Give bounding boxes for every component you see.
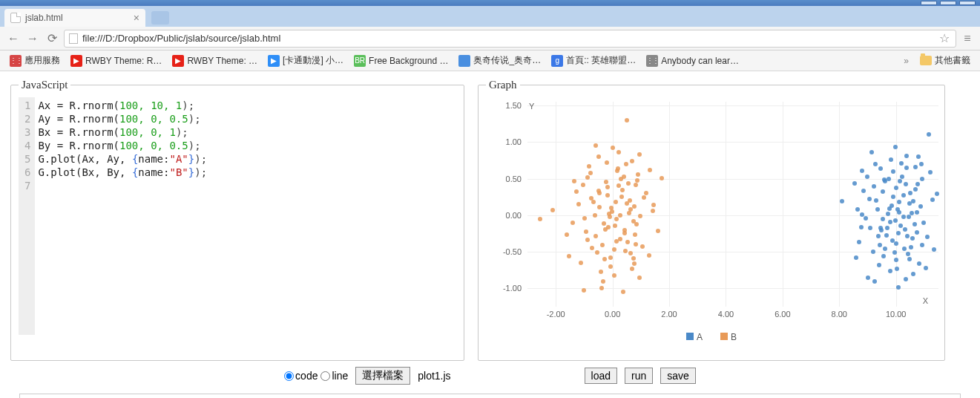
code-line[interactable]: Ax = R.rnorm(100, 10, 1); <box>38 99 207 112</box>
data-point <box>604 180 608 184</box>
x-tick-label: 4.00 <box>718 310 734 319</box>
data-point <box>873 162 878 166</box>
data-point <box>910 211 914 215</box>
data-point <box>605 193 610 198</box>
data-point <box>920 177 924 181</box>
bookmark-item[interactable]: BRFree Background … <box>350 53 452 69</box>
data-point <box>904 277 908 281</box>
bookmark-label: 奥奇传说_奥奇… <box>473 54 541 67</box>
code-line[interactable]: Bx = R.rnorm(100, 0, 1); <box>38 125 207 139</box>
legend-label: A <box>697 332 703 342</box>
other-bookmarks-folder[interactable]: 其他書籤 <box>916 52 974 69</box>
save-button[interactable]: save <box>660 368 696 384</box>
data-point <box>596 189 601 193</box>
data-point <box>924 266 928 270</box>
reload-button[interactable]: ⟳ <box>45 31 59 46</box>
data-point <box>905 234 910 238</box>
data-point <box>915 182 920 186</box>
site-icon: BR <box>354 55 366 67</box>
data-point <box>630 267 634 271</box>
data-point <box>616 183 621 188</box>
close-window-button[interactable] <box>959 1 976 5</box>
bookmark-item[interactable]: g首頁:: 英雄聯盟… <box>547 52 639 69</box>
code-line[interactable]: G.plot(Ax, Ay, {name:"A"}); <box>38 152 207 166</box>
data-point <box>869 150 874 154</box>
y-tick-label: -1.00 <box>503 284 522 293</box>
bookmark-overflow-icon[interactable]: » <box>904 56 909 66</box>
code-line[interactable]: Ay = R.rnorm(100, 0, 0.5); <box>38 112 207 125</box>
new-tab-button[interactable] <box>151 11 169 25</box>
back-button[interactable]: ← <box>6 31 21 46</box>
data-point <box>928 170 933 174</box>
browser-tab[interactable]: jslab.html × <box>4 9 145 27</box>
data-point <box>574 189 579 194</box>
radio-line-input[interactable] <box>320 371 330 381</box>
file-icon <box>69 33 78 44</box>
data-point <box>878 166 883 171</box>
data-point <box>861 189 866 193</box>
bookmark-item[interactable]: ⋮⋮應用服務 <box>6 52 64 69</box>
data-point <box>879 228 884 232</box>
bookmark-item[interactable]: 奥奇传说_奥奇… <box>455 52 545 69</box>
maximize-button[interactable] <box>940 1 956 5</box>
forward-button[interactable]: → <box>25 31 40 46</box>
address-bar[interactable]: ☆ <box>64 30 956 48</box>
data-point <box>619 195 624 199</box>
data-point <box>872 184 876 189</box>
run-button[interactable]: run <box>625 368 653 384</box>
bookmark-item[interactable]: ▶RWBY Theme: R… <box>67 53 165 69</box>
data-point <box>859 225 864 229</box>
bookmark-item[interactable]: ▶[卡通動漫] 小… <box>264 52 347 69</box>
data-point <box>894 241 898 246</box>
data-point <box>656 229 660 233</box>
data-point <box>872 279 877 284</box>
bookmark-label: 首頁:: 英雄聯盟… <box>566 54 636 67</box>
data-point <box>591 200 596 204</box>
data-point <box>840 199 844 203</box>
code-line[interactable] <box>38 179 207 192</box>
code-line[interactable]: By = R.rnorm(100, 0, 0.5); <box>38 139 207 152</box>
data-point <box>888 220 892 224</box>
code-lines[interactable]: Ax = R.rnorm(100, 10, 1);Ay = R.rnorm(10… <box>35 97 210 335</box>
data-point <box>648 168 652 172</box>
bookmark-bar: ⋮⋮應用服務▶RWBY Theme: R…▶RWBY Theme: …▶[卡通動… <box>0 50 980 71</box>
chrome-menu-icon[interactable]: ≡ <box>961 32 974 45</box>
data-point <box>600 243 605 247</box>
data-point <box>628 251 633 255</box>
data-point <box>593 234 598 238</box>
data-point <box>907 257 912 261</box>
load-button[interactable]: load <box>585 368 617 384</box>
x-tick-label: 0.00 <box>605 310 620 319</box>
data-point <box>896 231 901 235</box>
data-point <box>572 179 576 183</box>
bookmark-item[interactable]: ▶RWBY Theme: … <box>168 53 261 69</box>
radio-code-input[interactable] <box>284 371 294 381</box>
data-point <box>886 212 890 216</box>
data-point <box>647 253 651 258</box>
legend-item: A <box>686 332 703 342</box>
data-point <box>913 165 918 169</box>
data-point <box>634 183 638 187</box>
data-point <box>932 247 936 252</box>
choose-file-button[interactable]: 選擇檔案 <box>355 367 410 385</box>
youtube-icon: ▶ <box>70 55 82 67</box>
data-point <box>616 150 621 154</box>
play-icon: ▶ <box>268 55 280 67</box>
data-point <box>605 185 610 189</box>
site-icon: g <box>551 55 563 67</box>
data-point <box>620 188 625 192</box>
chosen-filename: plot1.js <box>418 370 450 382</box>
radio-code[interactable]: code <box>284 370 318 382</box>
tab-close-icon[interactable]: × <box>134 13 139 23</box>
data-point <box>624 162 628 166</box>
url-input[interactable] <box>82 33 933 44</box>
data-point <box>603 227 608 232</box>
radio-line[interactable]: line <box>320 370 348 382</box>
bookmark-item[interactable]: ⋮⋮Anybody can lear… <box>642 53 743 69</box>
data-point <box>638 214 642 218</box>
code-line[interactable]: G.plot(Bx, By, {name:"B"}); <box>38 166 207 179</box>
minimize-button[interactable] <box>921 1 937 5</box>
bookmark-star-icon[interactable]: ☆ <box>938 32 951 45</box>
data-point <box>602 221 606 226</box>
code-editor[interactable]: 1234567 Ax = R.rnorm(100, 10, 1);Ay = R.… <box>19 97 456 335</box>
